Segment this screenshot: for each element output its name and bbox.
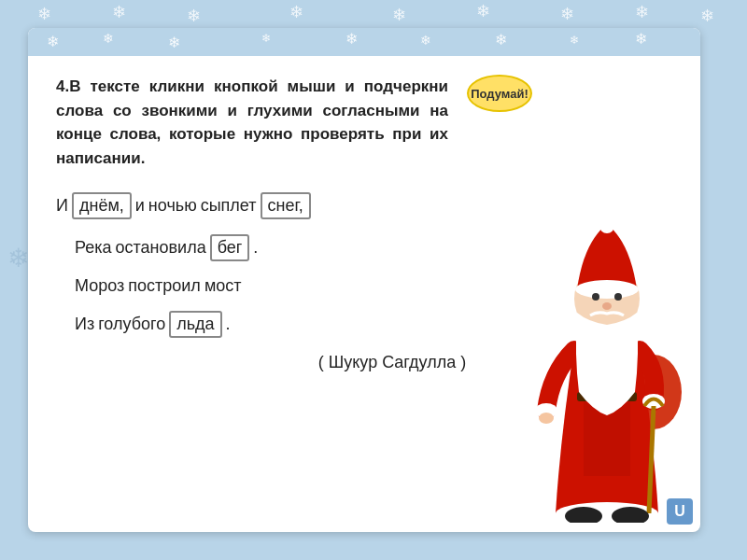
card-snowflake-7: ❄ — [495, 31, 507, 49]
instruction-text: 4.В тексте кликни кнопкой мыши и подчерк… — [56, 75, 448, 170]
card-snowflake-6: ❄ — [420, 33, 431, 48]
instruction-number: 4. — [56, 77, 69, 95]
card-snowflake-2: ❄ — [103, 31, 114, 46]
snowflake-4: ❄ — [289, 2, 303, 22]
word-most[interactable]: мост — [204, 276, 242, 296]
snowflake-left: ❄ — [7, 243, 29, 273]
snowflake-5: ❄ — [392, 5, 406, 25]
word-postroil[interactable]: построил — [128, 276, 201, 296]
word-sneg[interactable]: снег, — [261, 192, 311, 219]
card-snowflake-3: ❄ — [168, 34, 180, 51]
svg-point-16 — [614, 293, 622, 301]
author-text: ( Шукур Сагдулла ) — [318, 353, 466, 371]
svg-point-14 — [599, 218, 614, 233]
snowflake-3: ❄ — [187, 6, 201, 26]
podumay-label: Подумай! — [471, 87, 529, 101]
card-snowflake-4: ❄ — [261, 32, 271, 45]
snowflake-1: ❄ — [37, 4, 51, 24]
card-snowflake-5: ❄ — [345, 30, 358, 48]
word-dot2: . — [226, 315, 231, 334]
snowflake-6: ❄ — [476, 1, 490, 21]
main-card: ❄ ❄ ❄ ❄ ❄ ❄ ❄ ❄ ❄ 4.В тексте кликни кноп… — [28, 28, 700, 532]
word-dnyom[interactable]: днём, — [72, 192, 132, 219]
podumay-bubble[interactable]: Подумай! — [467, 75, 532, 112]
word-beg[interactable]: бег — [210, 234, 250, 261]
card-snowflake-9: ❄ — [635, 30, 647, 48]
word-golubogo[interactable]: голубого — [98, 315, 165, 334]
word-iz[interactable]: Из — [75, 315, 94, 334]
svg-point-17 — [602, 302, 612, 310]
corner-icon-label: U — [674, 503, 685, 520]
word-i1[interactable]: И — [56, 196, 68, 216]
word-lda[interactable]: льда — [169, 311, 221, 338]
word-ostanovila[interactable]: остановила — [116, 238, 206, 258]
snowflake-2: ❄ — [112, 2, 126, 22]
word-i2[interactable]: и — [135, 196, 145, 216]
word-moroz[interactable]: Мороз — [75, 276, 124, 296]
top-stripe — [28, 28, 700, 56]
word-dot1: . — [253, 238, 258, 258]
snowflake-7: ❄ — [560, 4, 574, 24]
corner-icon[interactable]: U — [667, 498, 693, 525]
card-snowflake-1: ❄ — [47, 33, 59, 50]
snowflake-9: ❄ — [700, 6, 714, 26]
svg-point-13 — [575, 280, 639, 299]
word-syplet[interactable]: сыплет — [201, 196, 257, 216]
svg-point-15 — [592, 293, 599, 301]
word-reka[interactable]: Река — [75, 238, 112, 258]
card-snowflake-8: ❄ — [570, 34, 579, 47]
snowflake-8: ❄ — [635, 2, 649, 22]
instruction-body: В тексте кликни кнопкой мыши и подчеркни… — [56, 77, 448, 167]
word-nochyu[interactable]: ночью — [148, 196, 197, 216]
svg-point-7 — [539, 413, 554, 424]
ded-moroz-illustration — [532, 205, 682, 523]
